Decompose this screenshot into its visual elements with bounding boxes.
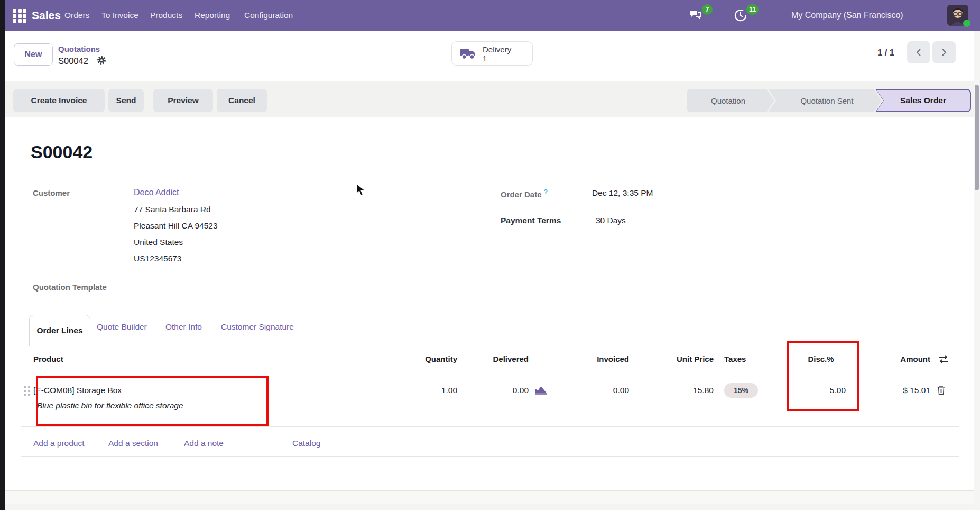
messages-badge: 7 <box>702 4 713 15</box>
discount-cell[interactable]: 5.00 <box>793 382 846 398</box>
stat-button-count: 1 <box>483 54 487 63</box>
company-switcher[interactable]: My Company (San Francisco) <box>791 0 903 31</box>
chevron-left-icon <box>915 48 922 57</box>
tab-order-lines[interactable]: Order Lines <box>29 315 90 346</box>
new-button[interactable]: New <box>14 43 53 66</box>
optional-columns-icon[interactable] <box>938 355 949 366</box>
odoo-sales-order-screen: Sales Orders To Invoice Products Reporti… <box>0 0 980 510</box>
row-divider <box>21 426 959 427</box>
trash-icon[interactable] <box>937 385 946 397</box>
menu-products[interactable]: Products <box>150 0 182 31</box>
cancel-button[interactable]: Cancel <box>217 89 267 112</box>
pager-previous-button[interactable] <box>907 41 930 63</box>
truck-icon <box>459 48 477 60</box>
payment-terms-value[interactable]: 30 Days <box>596 216 626 225</box>
vertical-scrollbar-thumb[interactable] <box>975 85 979 190</box>
table-footer-divider <box>21 456 959 457</box>
menu-to-invoice[interactable]: To Invoice <box>101 0 138 31</box>
tab-other-info[interactable]: Other Info <box>165 321 202 333</box>
tab-customer-signature[interactable]: Customer Signature <box>221 321 294 333</box>
step-quotation-sent[interactable]: Quotation Sent <box>768 89 882 112</box>
activities-badge: 11 <box>746 4 759 15</box>
unit-price-cell[interactable]: 15.80 <box>650 382 714 398</box>
chevron-right-icon <box>940 48 948 57</box>
tabs-divider <box>21 345 959 345</box>
col-discount[interactable]: Disc.% <box>788 351 854 367</box>
col-taxes[interactable]: Taxes <box>724 351 746 367</box>
step-quotation[interactable]: Quotation <box>687 89 774 112</box>
col-unit-price[interactable]: Unit Price <box>650 351 714 367</box>
address-line-2: Pleasant Hill CA 94523 <box>134 221 218 231</box>
invoiced-cell[interactable]: 0.00 <box>566 382 629 398</box>
breadcrumb-current: S00042 <box>58 56 88 66</box>
col-delivered[interactable]: Delivered <box>465 351 529 367</box>
app-name[interactable]: Sales <box>32 0 61 31</box>
pager-value: 1 / 1 <box>858 41 894 63</box>
taxes-badge[interactable]: 15% <box>724 383 758 398</box>
help-icon[interactable]: ? <box>544 188 548 196</box>
col-invoiced[interactable]: Invoiced <box>566 351 629 367</box>
add-note-link[interactable]: Add a note <box>184 437 224 450</box>
quantity-cell[interactable]: 1.00 <box>402 382 457 398</box>
step-sales-order-label: Sales Order <box>900 96 946 105</box>
menu-reporting[interactable]: Reporting <box>195 0 230 31</box>
menu-orders[interactable]: Orders <box>64 0 89 31</box>
sheet-bottom-area <box>5 491 974 504</box>
breadcrumb-quotations[interactable]: Quotations <box>58 44 100 53</box>
add-section-link[interactable]: Add a section <box>108 437 158 450</box>
apps-grid-icon[interactable] <box>13 9 26 22</box>
order-date-label: Order Date ? <box>501 188 548 199</box>
screen-edge-strip <box>0 0 5 510</box>
pager-next-button[interactable] <box>932 41 956 63</box>
amount-cell: $ 15.01 <box>867 382 930 398</box>
catalog-link[interactable]: Catalog <box>292 437 320 450</box>
table-header-divider <box>21 376 959 376</box>
step-sales-order[interactable]: Sales Order <box>875 89 971 112</box>
address-line-3: United States <box>134 238 183 247</box>
delivered-cell[interactable]: 0.00 <box>465 382 529 398</box>
order-title: S00042 <box>31 142 93 162</box>
address-line-4: US12345673 <box>134 254 182 263</box>
stat-button-label: Delivery <box>483 45 511 54</box>
top-navbar: Sales Orders To Invoice Products Reporti… <box>5 0 980 31</box>
delivery-stat-button[interactable]: Delivery 1 <box>451 41 533 66</box>
payment-terms-label: Payment Terms <box>501 216 561 225</box>
customer-label: Customer <box>33 188 70 197</box>
quotation-template-label: Quotation Template <box>33 283 107 292</box>
col-amount[interactable]: Amount <box>867 351 930 367</box>
preview-button[interactable]: Preview <box>153 89 213 112</box>
gear-icon[interactable] <box>96 55 107 66</box>
create-invoice-button[interactable]: Create Invoice <box>13 89 105 112</box>
status-steps: Quotation Quotation Sent Sales Order <box>687 89 971 112</box>
menu-configuration[interactable]: Configuration <box>244 0 293 31</box>
col-quantity[interactable]: Quantity <box>402 351 457 367</box>
drag-handle-icon[interactable] <box>24 386 31 396</box>
customer-link[interactable]: Deco Addict <box>134 188 179 197</box>
mouse-cursor <box>355 183 367 197</box>
order-date-value[interactable]: Dec 12, 3:35 PM <box>592 188 653 198</box>
order-date-label-text: Order Date <box>501 190 542 199</box>
send-button[interactable]: Send <box>108 89 144 112</box>
address-line-1: 77 Santa Barbara Rd <box>134 205 211 214</box>
product-description[interactable]: Blue plastic bin for flexible office sto… <box>37 401 183 411</box>
horizontal-scrollbar-track[interactable] <box>5 504 974 510</box>
messages-icon[interactable] <box>688 8 703 22</box>
forecast-chart-icon[interactable] <box>534 385 548 397</box>
add-product-link[interactable]: Add a product <box>33 437 85 450</box>
online-status-dot <box>963 20 970 27</box>
tab-quote-builder[interactable]: Quote Builder <box>97 321 147 333</box>
product-link[interactable]: [E-COM08] Storage Box <box>33 382 122 398</box>
col-product[interactable]: Product <box>33 351 63 367</box>
